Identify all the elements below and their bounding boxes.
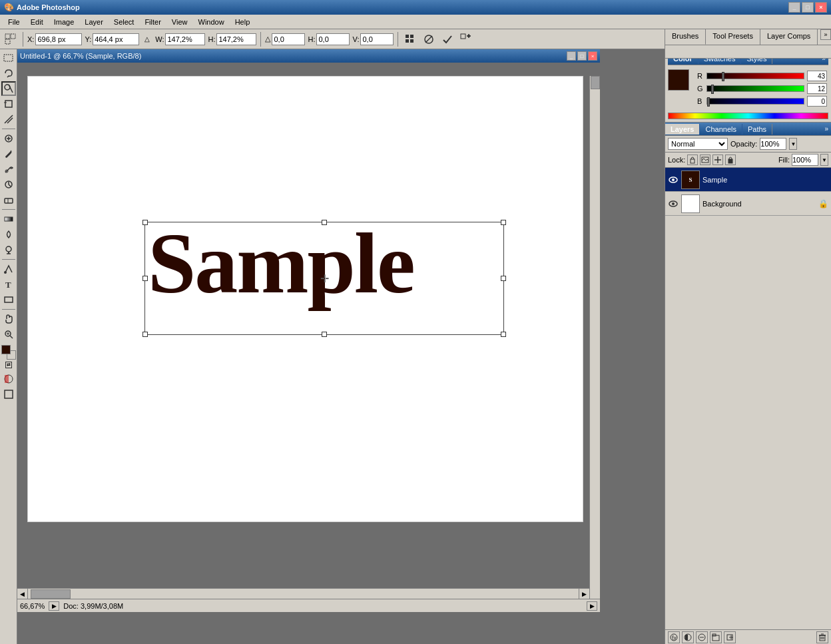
- b-slider[interactable]: [706, 98, 804, 105]
- new-adjustment-button[interactable]: [696, 631, 708, 643]
- rotate-input[interactable]: [272, 33, 305, 45]
- transform-handle-br[interactable]: [501, 332, 506, 337]
- layer-visibility-background[interactable]: [668, 198, 679, 209]
- r-slider-thumb[interactable]: [722, 72, 724, 81]
- menu-window[interactable]: Window: [193, 17, 230, 27]
- zoom-tool[interactable]: [1, 327, 16, 342]
- h-input[interactable]: [216, 33, 256, 45]
- layer-row-sample[interactable]: S Sample: [665, 168, 831, 192]
- fill-arrow[interactable]: ▼: [820, 154, 828, 166]
- minimize-button[interactable]: _: [788, 2, 800, 13]
- x-input[interactable]: [35, 33, 82, 45]
- type-tool[interactable]: T: [1, 277, 16, 292]
- pen-tool[interactable]: [1, 262, 16, 276]
- settings-icon[interactable]: [458, 32, 474, 47]
- healing-tool[interactable]: [1, 131, 16, 146]
- transform-handle-bl[interactable]: [142, 332, 148, 337]
- menu-image[interactable]: Image: [49, 17, 80, 27]
- horizontal-scroll-thumb[interactable]: [31, 589, 71, 599]
- color-controls[interactable]: ⇄: [5, 362, 12, 368]
- menu-edit[interactable]: Edit: [25, 17, 49, 27]
- marquee-tool[interactable]: [1, 51, 16, 65]
- change-screen-mode[interactable]: [1, 387, 16, 402]
- menu-select[interactable]: Select: [109, 17, 140, 27]
- current-color-swatch[interactable]: [668, 69, 689, 91]
- paths-tab[interactable]: Paths: [742, 124, 772, 135]
- scroll-left-button[interactable]: ◀: [17, 589, 28, 599]
- delete-layer-button[interactable]: [816, 631, 828, 643]
- lock-image[interactable]: [700, 155, 710, 165]
- transform-handle-mr[interactable]: [501, 276, 506, 281]
- b-slider-thumb[interactable]: [707, 97, 710, 107]
- color-spectrum-bar[interactable]: [668, 113, 828, 119]
- h-skew-input[interactable]: [316, 33, 350, 45]
- blur-tool[interactable]: [1, 227, 16, 242]
- g-slider[interactable]: [706, 85, 804, 92]
- lasso-tool[interactable]: [1, 66, 16, 81]
- maximize-button[interactable]: □: [802, 2, 814, 13]
- layers-tab[interactable]: Layers: [665, 124, 700, 135]
- menu-filter[interactable]: Filter: [139, 17, 166, 27]
- transform-handle-tm[interactable]: [322, 220, 327, 225]
- fill-input[interactable]: [792, 154, 818, 166]
- eraser-tool[interactable]: [1, 192, 16, 207]
- doc-minimize[interactable]: _: [567, 51, 576, 61]
- grid-icon[interactable]: [402, 32, 418, 47]
- new-layer-button[interactable]: [724, 631, 736, 643]
- clone-stamp-tool[interactable]: [1, 162, 16, 176]
- layers-panel-menu[interactable]: »: [822, 124, 831, 134]
- shape-tool[interactable]: [1, 292, 16, 307]
- zoom-preview-button[interactable]: ▶: [49, 601, 59, 611]
- canvas-scrollbar-vertical[interactable]: [589, 76, 600, 601]
- transform-bounding-box[interactable]: ✛: [144, 222, 504, 335]
- magic-wand-tool[interactable]: [1, 81, 16, 96]
- brushes-tab[interactable]: Brushes: [665, 29, 706, 45]
- menu-layer[interactable]: Layer: [79, 17, 109, 27]
- swap-colors[interactable]: ⇄: [5, 362, 12, 368]
- g-slider-thumb[interactable]: [711, 85, 714, 94]
- r-value[interactable]: [807, 71, 827, 81]
- menu-help[interactable]: Help: [230, 17, 256, 27]
- constrain-icon[interactable]: △: [142, 32, 152, 47]
- layer-row-background[interactable]: Background 🔒: [665, 192, 831, 216]
- lock-position[interactable]: [712, 155, 723, 165]
- canvas-scrollbar-horizontal[interactable]: ◀ ▶: [17, 588, 589, 599]
- history-brush-tool[interactable]: [1, 177, 16, 192]
- menu-view[interactable]: View: [166, 17, 193, 27]
- transform-handle-bm[interactable]: [322, 332, 327, 337]
- scroll-right-button[interactable]: ▶: [579, 589, 589, 599]
- add-style-button[interactable]: fx: [668, 631, 680, 643]
- layer-visibility-sample[interactable]: [668, 174, 679, 185]
- vertical-scroll-thumb[interactable]: [591, 76, 600, 89]
- b-value[interactable]: [807, 96, 827, 107]
- opacity-input[interactable]: [760, 138, 786, 150]
- v-skew-input[interactable]: [360, 33, 394, 45]
- layer-comps-tab[interactable]: Layer Comps: [760, 29, 818, 45]
- r-slider[interactable]: [706, 73, 804, 79]
- apply-button[interactable]: [439, 32, 455, 47]
- quick-mask-mode[interactable]: [1, 372, 16, 386]
- select-tool-icon[interactable]: [3, 32, 19, 47]
- tool-presets-tab[interactable]: Tool Presets: [706, 29, 760, 45]
- no-symbol-icon[interactable]: [421, 32, 437, 47]
- dodge-tool[interactable]: [1, 242, 16, 257]
- menu-file[interactable]: File: [3, 17, 25, 27]
- document-window-buttons[interactable]: _ □ ×: [567, 51, 597, 61]
- transform-handle-ml[interactable]: [142, 276, 148, 281]
- opacity-arrow[interactable]: ▼: [789, 138, 797, 150]
- channels-tab[interactable]: Channels: [700, 124, 742, 135]
- hand-tool[interactable]: [1, 312, 16, 326]
- crop-tool[interactable]: [1, 97, 16, 111]
- blend-mode-select[interactable]: Normal Dissolve Multiply Screen: [668, 138, 728, 150]
- y-input[interactable]: [93, 33, 139, 45]
- new-group-button[interactable]: [710, 631, 722, 643]
- title-bar-buttons[interactable]: _ □ ×: [788, 2, 827, 13]
- lock-transparency[interactable]: [687, 155, 698, 165]
- transform-handle-tl[interactable]: [142, 220, 148, 225]
- foreground-color[interactable]: [1, 345, 16, 360]
- slice-tool[interactable]: [1, 112, 16, 127]
- doc-maximize[interactable]: □: [577, 51, 587, 61]
- g-value[interactable]: [807, 83, 827, 94]
- add-mask-button[interactable]: [682, 631, 694, 643]
- panel-arrow[interactable]: »: [820, 29, 831, 40]
